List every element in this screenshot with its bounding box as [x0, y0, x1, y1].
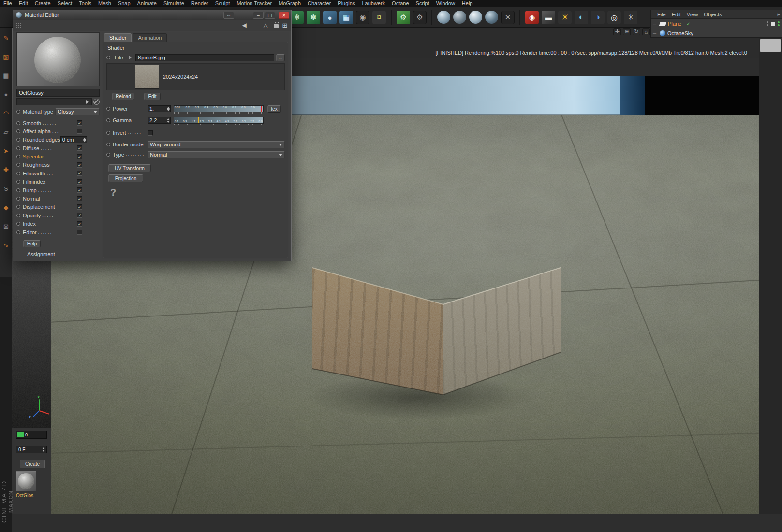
no-preview-icon[interactable] — [93, 99, 100, 105]
axis-y-lock-icon[interactable]: ⊕ — [623, 28, 631, 35]
viewer-scroll-handle[interactable] — [760, 39, 781, 52]
power-value-field[interactable]: 1. — [148, 105, 171, 112]
plane-primitive-icon[interactable]: ▦ — [339, 11, 353, 24]
menu-item[interactable]: Script — [413, 0, 433, 7]
object-manager-menu-item[interactable]: Edit — [669, 12, 684, 17]
channel-checkbox[interactable]: ✓ — [77, 179, 82, 185]
object-manager-menu-item[interactable]: File — [654, 12, 669, 17]
current-frame-field[interactable]: 0 F — [16, 446, 47, 453]
gamma-slider-marker[interactable] — [198, 117, 199, 123]
reload-button[interactable]: Reload — [112, 93, 134, 100]
mograph-icon[interactable]: ✱ — [290, 11, 304, 24]
channel-radio[interactable] — [16, 155, 20, 158]
editor-tab[interactable]: Shader — [104, 33, 132, 42]
drag-grip-icon[interactable] — [15, 23, 22, 29]
menu-item[interactable]: Edit — [15, 0, 31, 7]
checker-tool-icon[interactable]: ▦ — [1, 71, 11, 80]
type-dropdown[interactable]: Normal — [148, 151, 285, 158]
channel-radio[interactable] — [16, 146, 20, 150]
create-button[interactable]: Create — [20, 460, 45, 468]
channel-checkbox[interactable]: ✓ — [77, 187, 82, 193]
sculpt-tool-icon[interactable]: S — [1, 184, 11, 193]
menu-item[interactable]: Window — [433, 0, 458, 7]
value-stepper[interactable] — [166, 106, 170, 112]
object-row[interactable]: ─ Plane ✓ — [651, 19, 782, 29]
camera-icon[interactable]: ◉ — [356, 11, 369, 24]
channel-checkbox[interactable] — [77, 230, 82, 235]
history-back-icon[interactable]: ◀ — [240, 22, 249, 29]
material-thumbnail[interactable] — [16, 471, 36, 491]
texture-thumbnail[interactable] — [135, 65, 159, 89]
plane-tool-icon[interactable]: ▱ — [1, 128, 11, 137]
channel-radio[interactable] — [16, 222, 20, 226]
channel-checkbox[interactable]: ✓ — [77, 145, 82, 151]
light-icon[interactable]: ¤ — [372, 11, 386, 24]
tex-button[interactable]: tex — [267, 105, 281, 113]
menu-item[interactable]: Simulate — [160, 0, 188, 7]
channel-radio[interactable] — [16, 188, 20, 192]
menu-item[interactable]: Animate — [134, 0, 160, 7]
projection-button[interactable]: Projection — [108, 174, 143, 182]
gamma-value-field[interactable]: 2.2 — [148, 117, 171, 124]
menu-item[interactable]: Plugins — [334, 0, 358, 7]
type-radio[interactable] — [106, 153, 110, 157]
minimize-icon[interactable]: – — [253, 12, 264, 19]
object-manager-menu-item[interactable]: View — [684, 12, 701, 17]
material-ball-1-icon[interactable] — [437, 11, 450, 24]
power-slider[interactable]: 0.010.20.30.40.50.60.70.80.91. — [174, 105, 264, 112]
axis-x-lock-icon[interactable]: ✚ — [613, 28, 621, 35]
channel-radio[interactable] — [16, 121, 20, 125]
expand-right-icon[interactable] — [129, 56, 133, 59]
enabled-check-icon[interactable]: ✓ — [686, 21, 690, 27]
bend-tool-icon[interactable]: ◠ — [1, 109, 11, 118]
material-ball-3-icon[interactable] — [469, 11, 482, 24]
object-name[interactable]: Plane — [668, 21, 681, 27]
frame-stepper[interactable] — [41, 446, 45, 452]
octane-texture-environment-icon[interactable]: ◑ — [591, 11, 605, 24]
visibility-dots-icon[interactable] — [778, 21, 780, 26]
octane-hdri-environment-icon[interactable]: ◐ — [575, 11, 588, 24]
sphere-primitive-icon[interactable]: ● — [323, 11, 337, 24]
channel-checkbox[interactable]: ✓ — [77, 213, 82, 218]
channel-checkbox[interactable]: ✓ — [77, 204, 82, 210]
channel-checkbox[interactable]: ✓ — [77, 196, 82, 201]
octane-live-viewer-icon[interactable]: ▬ — [542, 11, 555, 24]
menu-item[interactable]: Octane — [388, 0, 412, 7]
navigate-up-icon[interactable]: △ — [261, 22, 270, 29]
material-ball-2-icon[interactable] — [453, 11, 466, 24]
menu-item[interactable]: Laubwerk — [358, 0, 388, 7]
material-name-label[interactable]: OctGlos — [16, 493, 38, 498]
object-manager-menu-item[interactable]: Objects — [701, 12, 724, 17]
menu-item[interactable]: Help — [458, 0, 476, 7]
layer-dots-icon[interactable] — [767, 21, 768, 26]
gamma-slider[interactable]: 0.10.91.72.53.34.14.95.76.57.28.0 — [174, 117, 264, 124]
object-name[interactable]: OctaneSky — [667, 30, 693, 36]
power-slider-marker[interactable] — [261, 106, 262, 112]
channel-radio[interactable] — [16, 129, 20, 133]
gamma-radio[interactable] — [106, 118, 110, 122]
arrow-tool-icon[interactable]: ➤ — [1, 146, 11, 156]
channel-radio[interactable] — [16, 172, 20, 175]
channel-radio[interactable] — [16, 138, 20, 142]
octane-render-icon[interactable]: ◉ — [525, 11, 539, 24]
channel-checkbox[interactable]: ✓ — [77, 171, 82, 176]
preview-options-dropdown[interactable] — [16, 98, 92, 105]
cube-tool-icon[interactable]: ▧ — [1, 52, 11, 61]
value-stepper[interactable] — [82, 137, 87, 143]
menu-overflow-icon[interactable]: ▸ — [777, 11, 780, 17]
polygon-tag-icon[interactable] — [771, 22, 775, 26]
paint-tool-icon[interactable]: ◆ — [1, 203, 11, 212]
material-preview[interactable] — [16, 32, 100, 86]
menu-item[interactable]: Snap — [115, 0, 134, 7]
power-radio[interactable] — [106, 107, 110, 111]
material-type-dropdown[interactable]: Glossy — [55, 108, 100, 115]
lock-icon[interactable] — [274, 24, 279, 28]
spline-tool-icon[interactable]: ∿ — [1, 241, 11, 250]
timeline-powerbar[interactable]: 0 — [16, 431, 47, 439]
menu-item[interactable]: Create — [31, 0, 54, 7]
menu-item[interactable]: Tools — [75, 0, 95, 7]
octane-node-editor-icon[interactable]: ✕ — [501, 11, 515, 24]
channel-radio[interactable] — [16, 180, 20, 184]
help-button[interactable]: Help — [23, 240, 41, 247]
channel-checkbox[interactable] — [77, 129, 82, 134]
